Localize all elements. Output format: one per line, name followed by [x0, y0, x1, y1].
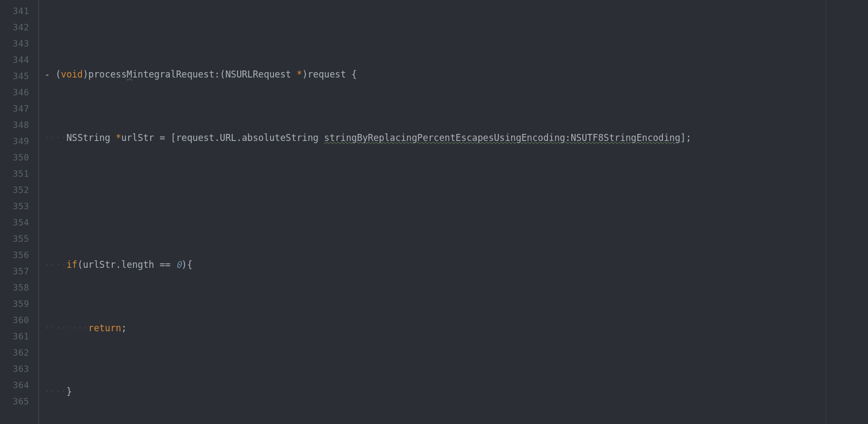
line-number: 350 [0, 150, 29, 166]
code-line[interactable]: ····if(urlStr.length == 0){ [44, 256, 868, 273]
line-number: 351 [0, 166, 29, 182]
code-line[interactable] [44, 193, 868, 209]
line-number: 363 [0, 361, 29, 377]
line-number: 353 [0, 198, 29, 215]
line-number: 354 [0, 215, 29, 231]
line-number: 358 [0, 280, 29, 296]
line-number-gutter: 3413423433443453463473483493503513523533… [0, 0, 38, 424]
line-number: 356 [0, 247, 29, 264]
line-number: 360 [0, 312, 29, 329]
line-number: 355 [0, 231, 29, 247]
code-area[interactable]: - (void)processMintegralRequest:(NSURLRe… [39, 0, 868, 424]
line-number: 357 [0, 264, 29, 280]
line-number: 359 [0, 296, 29, 312]
line-number: 346 [0, 85, 29, 101]
code-line[interactable]: ····NSString *urlStr = [request.URL.abso… [44, 130, 868, 146]
line-number: 341 [0, 3, 29, 20]
line-number: 349 [0, 133, 29, 150]
line-number: 342 [0, 20, 29, 36]
line-number: 344 [0, 52, 29, 68]
code-line[interactable]: - (void)processMintegralRequest:(NSURLRe… [44, 66, 868, 82]
line-number: 347 [0, 101, 29, 117]
line-number: 365 [0, 394, 29, 410]
line-number: 348 [0, 117, 29, 133]
line-number: 361 [0, 329, 29, 345]
line-number: 362 [0, 345, 29, 361]
line-number: 345 [0, 68, 29, 85]
code-line[interactable]: ····} [44, 383, 868, 400]
code-line[interactable]: ········return; [44, 320, 868, 336]
line-number: 343 [0, 36, 29, 52]
line-number: 352 [0, 182, 29, 198]
code-editor[interactable]: 3413423433443453463473483493503513523533… [0, 0, 868, 424]
line-number: 364 [0, 377, 29, 394]
